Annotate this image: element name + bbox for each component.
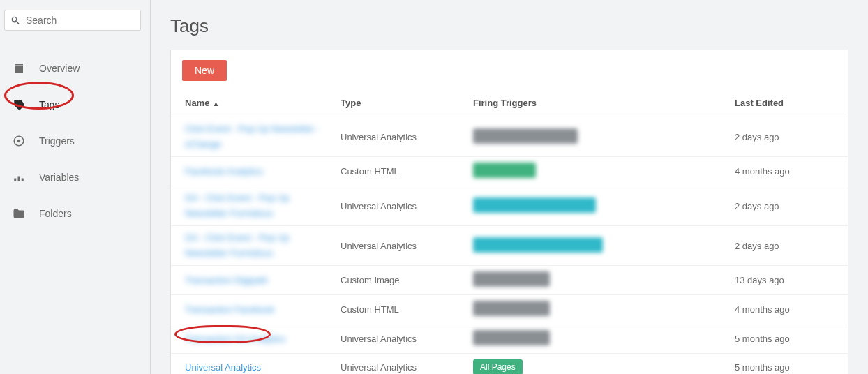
table-row[interactable]: Universal AnalyticsUniversal AnalyticsAl… bbox=[171, 354, 848, 375]
trigger-pill-blurred[interactable] bbox=[473, 237, 603, 253]
nav: Overview Tags Triggers Variables bbox=[0, 50, 150, 232]
tag-type: Universal Analytics bbox=[335, 117, 467, 157]
last-edited: 4 months ago bbox=[729, 295, 848, 324]
tag-name-link-blurred[interactable]: Transaction Facebook bbox=[185, 304, 274, 315]
table-row[interactable]: Transaction GA AnalyticsUniversal Analyt… bbox=[171, 324, 848, 354]
table-row[interactable]: GA - Click Event - Pop Up Newsletter For… bbox=[171, 226, 848, 266]
last-edited: 2 days ago bbox=[729, 117, 848, 157]
sidebar-item-overview[interactable]: Overview bbox=[0, 50, 150, 87]
trigger-pill-blurred[interactable] bbox=[473, 301, 550, 316]
table-row[interactable]: Transaction FacebookCustom HTML4 months … bbox=[171, 295, 848, 324]
sort-asc-icon: ▲ bbox=[212, 100, 219, 107]
sidebar: Overview Tags Triggers Variables bbox=[0, 0, 151, 374]
col-header-type[interactable]: Type bbox=[335, 89, 467, 117]
table-row[interactable]: Click Event - Pop Up Newsletter - xChang… bbox=[171, 117, 848, 157]
search-icon bbox=[10, 15, 20, 25]
tag-icon bbox=[13, 98, 28, 111]
last-edited: 5 months ago bbox=[729, 354, 848, 375]
table-row[interactable]: GA - Click Event - Pop Up Newsletter For… bbox=[171, 186, 848, 226]
trigger-icon bbox=[13, 135, 28, 147]
svg-rect-3 bbox=[18, 177, 20, 182]
last-edited: 5 months ago bbox=[729, 324, 848, 354]
variable-icon bbox=[13, 171, 28, 184]
tag-name-link-blurred[interactable]: Transaction Digipath bbox=[185, 275, 268, 285]
trigger-pill[interactable]: All Pages bbox=[473, 359, 523, 374]
main-content: Tags New Name▲ Type Firing Triggers Last… bbox=[151, 0, 868, 374]
trigger-pill-blurred[interactable] bbox=[473, 197, 596, 213]
sidebar-item-label: Tags bbox=[39, 99, 60, 110]
tag-name-link[interactable]: Universal Analytics bbox=[185, 362, 261, 373]
tag-name-link-blurred[interactable]: Transaction GA Analytics bbox=[185, 334, 285, 344]
table-row[interactable]: Facebook AnalyticsCustom HTML4 months ag… bbox=[171, 157, 848, 186]
col-header-name[interactable]: Name▲ bbox=[171, 89, 335, 117]
trigger-pill-blurred[interactable] bbox=[473, 163, 536, 178]
tag-name-link-blurred[interactable]: GA - Click Event - Pop Up Newsletter For… bbox=[185, 230, 324, 261]
tag-name-link-blurred[interactable]: GA - Click Event - Pop Up Newsletter For… bbox=[185, 190, 324, 221]
svg-rect-2 bbox=[14, 179, 16, 182]
tag-type: Custom HTML bbox=[335, 157, 467, 186]
table-row[interactable]: Transaction DigipathCustom Image13 days … bbox=[171, 266, 848, 295]
tag-type: Custom Image bbox=[335, 266, 467, 295]
trigger-pill-blurred[interactable] bbox=[473, 271, 550, 287]
tag-type: Universal Analytics bbox=[335, 324, 467, 354]
search-input-wrap[interactable] bbox=[4, 10, 141, 31]
tag-type: Universal Analytics bbox=[335, 226, 467, 266]
trigger-pill-blurred[interactable] bbox=[473, 128, 578, 144]
search-input[interactable] bbox=[26, 15, 135, 26]
tag-name-link-blurred[interactable]: Click Event - Pop Up Newsletter - xChang… bbox=[185, 121, 324, 152]
tags-card: New Name▲ Type Firing Triggers Last Edit… bbox=[170, 50, 848, 374]
sidebar-item-label: Folders bbox=[39, 208, 72, 219]
sidebar-item-tags[interactable]: Tags bbox=[0, 87, 150, 123]
last-edited: 4 months ago bbox=[729, 157, 848, 186]
last-edited: 2 days ago bbox=[729, 186, 848, 226]
last-edited: 2 days ago bbox=[729, 226, 848, 266]
tag-name-link-blurred[interactable]: Facebook Analytics bbox=[185, 166, 263, 177]
tag-type: Custom HTML bbox=[335, 295, 467, 324]
new-button[interactable]: New bbox=[182, 60, 227, 81]
folder-icon bbox=[13, 207, 28, 220]
last-edited: 13 days ago bbox=[729, 266, 848, 295]
sidebar-item-label: Triggers bbox=[39, 135, 75, 147]
col-header-edited[interactable]: Last Edited bbox=[729, 89, 848, 117]
svg-point-1 bbox=[17, 140, 21, 143]
svg-rect-4 bbox=[22, 179, 24, 182]
overview-icon bbox=[13, 62, 28, 75]
page-title: Tags bbox=[170, 15, 848, 37]
col-header-triggers[interactable]: Firing Triggers bbox=[467, 89, 729, 117]
sidebar-item-triggers[interactable]: Triggers bbox=[0, 123, 150, 159]
tags-table: Name▲ Type Firing Triggers Last Edited C… bbox=[171, 89, 848, 374]
trigger-pill-blurred[interactable] bbox=[473, 330, 550, 345]
sidebar-item-variables[interactable]: Variables bbox=[0, 159, 150, 195]
tag-type: Universal Analytics bbox=[335, 186, 467, 226]
sidebar-item-label: Variables bbox=[39, 172, 79, 183]
tag-type: Universal Analytics bbox=[335, 354, 467, 375]
sidebar-item-label: Overview bbox=[39, 63, 80, 74]
sidebar-item-folders[interactable]: Folders bbox=[0, 195, 150, 232]
